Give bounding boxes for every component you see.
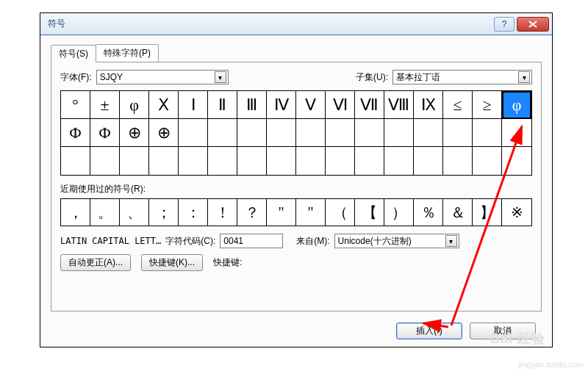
cancel-button[interactable]: 取消 <box>470 323 536 339</box>
dialog-footer: 插入(I) 取消 <box>40 323 552 339</box>
symbol-cell[interactable] <box>384 147 414 175</box>
symbol-cell[interactable]: Ⅸ <box>414 91 443 119</box>
symbol-cell[interactable] <box>267 147 296 175</box>
symbol-cell[interactable]: ⊕ <box>120 119 149 147</box>
symbol-cell[interactable]: Ⅹ <box>149 91 179 119</box>
symbol-cell[interactable] <box>326 147 355 175</box>
symbol-cell[interactable] <box>443 119 473 147</box>
symbol-cell[interactable]: Ⅶ <box>355 91 384 119</box>
help-button[interactable]: ? <box>494 17 514 32</box>
symbol-cell[interactable] <box>149 147 179 175</box>
symbol-cell[interactable]: Ⅳ <box>267 91 296 119</box>
symbol-cell[interactable] <box>326 119 355 147</box>
watermark-url: jingyan.baidu.com <box>518 360 584 369</box>
autocorrect-button[interactable]: 自动更正(A)... <box>60 254 131 271</box>
symbol-cell[interactable] <box>443 147 473 175</box>
recent-cell[interactable]: 【 <box>355 199 384 226</box>
symbol-cell[interactable] <box>414 147 443 175</box>
symbol-cell[interactable] <box>473 119 502 147</box>
recent-cell[interactable]: ， <box>61 199 90 226</box>
symbol-cell[interactable]: Φ <box>61 119 90 147</box>
insert-button[interactable]: 插入(I) <box>396 323 462 339</box>
symbol-grid: °±φⅩⅠⅡⅢⅣⅤⅥⅦⅧⅨ≤≥φΦΦ⊕⊕ <box>60 90 532 176</box>
recent-cell[interactable]: " <box>267 199 296 226</box>
symbol-cell[interactable]: Φ <box>90 119 120 147</box>
subset-combo[interactable]: 基本拉丁语 ▾ <box>392 70 532 84</box>
from-value: Unicode(十六进制) <box>338 235 445 248</box>
recent-cell[interactable]: ％ <box>414 199 443 226</box>
chevron-down-icon[interactable]: ▾ <box>518 71 530 83</box>
symbol-cell[interactable] <box>237 147 267 175</box>
symbol-cell[interactable] <box>208 119 237 147</box>
symbol-cell[interactable] <box>61 147 90 175</box>
recent-cell[interactable]: 。 <box>90 199 120 226</box>
recent-cell[interactable]: （ <box>326 199 355 226</box>
symbol-cell[interactable]: Ⅴ <box>296 91 326 119</box>
recent-cell[interactable]: ＆ <box>443 199 473 226</box>
recent-cell[interactable]: ； <box>149 199 179 226</box>
symbol-cell[interactable] <box>355 147 384 175</box>
chevron-down-icon[interactable]: ▾ <box>445 235 457 247</box>
recent-cell[interactable]: ！ <box>208 199 237 226</box>
recent-cell[interactable]: " <box>296 199 326 226</box>
tabpane: 字体(F): SJQY ▾ 子集(U): 基本拉丁语 ▾ °±φⅩⅠⅡⅢⅣⅤⅥⅦ… <box>51 62 542 311</box>
from-combo[interactable]: Unicode(十六进制) ▾ <box>334 234 459 248</box>
tabstrip: 符号(S) 特殊字符(P) <box>51 44 542 62</box>
symbol-cell[interactable] <box>502 147 531 175</box>
symbol-cell[interactable] <box>502 119 531 147</box>
symbol-cell[interactable] <box>267 119 296 147</box>
font-value: SJQY <box>100 72 215 82</box>
from-label: 来自(M): <box>296 235 329 248</box>
symbol-cell[interactable]: Ⅱ <box>208 91 237 119</box>
symbol-cell[interactable] <box>355 119 384 147</box>
symbol-cell[interactable] <box>414 119 443 147</box>
symbol-cell[interactable]: φ <box>502 91 531 119</box>
symbol-cell[interactable] <box>120 147 149 175</box>
tab-symbol[interactable]: 符号(S) <box>51 45 96 62</box>
shortcut-key-button[interactable]: 快捷键(K)... <box>141 254 203 271</box>
shortcut-label: 快捷键: <box>213 256 242 269</box>
recent-cell[interactable]: ？ <box>237 199 267 226</box>
symbol-cell[interactable] <box>473 147 502 175</box>
symbol-cell[interactable] <box>296 119 326 147</box>
char-name-label: LATIN CAPITAL LETT… <box>60 236 161 246</box>
close-button[interactable] <box>517 17 549 32</box>
symbol-cell[interactable]: φ <box>120 91 149 119</box>
symbol-cell[interactable] <box>179 119 208 147</box>
symbol-cell[interactable]: Ⅵ <box>326 91 355 119</box>
symbol-cell[interactable] <box>237 119 267 147</box>
symbol-cell[interactable] <box>296 147 326 175</box>
symbol-cell[interactable] <box>384 119 414 147</box>
symbol-cell[interactable] <box>208 147 237 175</box>
symbol-cell[interactable]: Ⅲ <box>237 91 267 119</box>
recent-cell[interactable]: 、 <box>120 199 149 226</box>
symbol-cell[interactable]: ° <box>61 91 90 119</box>
symbol-cell[interactable]: Ⅰ <box>179 91 208 119</box>
symbol-cell[interactable]: ≥ <box>473 91 502 119</box>
recent-cell[interactable]: 】 <box>473 199 502 226</box>
recent-cell[interactable]: ） <box>384 199 414 226</box>
char-code-label: 字符代码(C): <box>165 235 215 248</box>
subset-label: 子集(U): <box>356 71 388 84</box>
symbol-cell[interactable]: ± <box>90 91 120 119</box>
symbol-cell[interactable]: ≤ <box>443 91 473 119</box>
client-area: 符号(S) 特殊字符(P) 字体(F): SJQY ▾ 子集(U): 基本拉丁语… <box>40 35 552 347</box>
tab-special-chars[interactable]: 特殊字符(P) <box>96 44 159 62</box>
window-title: 符号 <box>48 18 492 30</box>
recent-grid: ，。、；：！？""（【）％＆】※ <box>60 198 532 226</box>
titlebar: 符号 ? <box>40 13 552 35</box>
recent-cell[interactable]: ： <box>179 199 208 226</box>
recent-cell[interactable]: ※ <box>502 199 531 226</box>
font-combo[interactable]: SJQY ▾ <box>96 70 229 84</box>
symbol-cell[interactable]: ⊕ <box>149 119 179 147</box>
symbol-cell[interactable] <box>90 147 120 175</box>
char-code-input[interactable] <box>220 234 283 248</box>
font-label: 字体(F): <box>60 71 92 84</box>
recent-label: 近期使用过的符号(R): <box>60 183 532 195</box>
symbol-cell[interactable]: Ⅷ <box>384 91 414 119</box>
chevron-down-icon[interactable]: ▾ <box>215 71 226 83</box>
subset-value: 基本拉丁语 <box>396 71 518 84</box>
dialog-window: 符号 ? 符号(S) 特殊字符(P) 字体(F): SJQY ▾ 子集(U): … <box>40 12 553 347</box>
symbol-cell[interactable] <box>179 147 208 175</box>
